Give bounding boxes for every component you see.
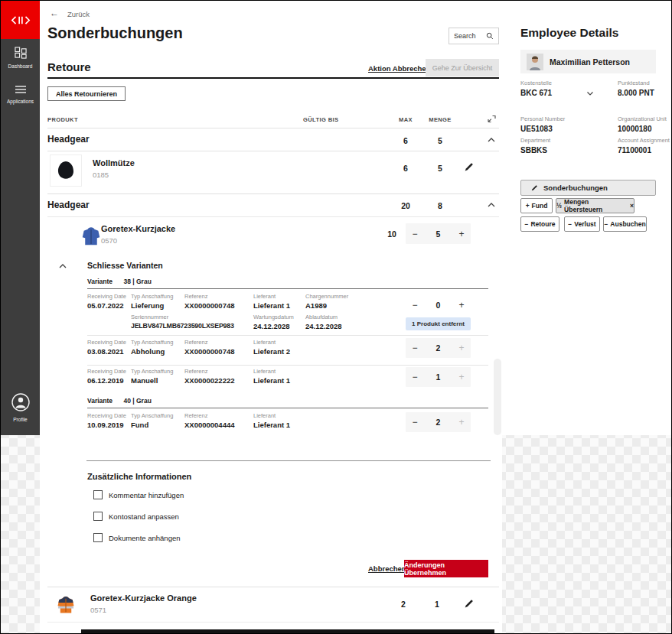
scrollbar-thumb[interactable] — [494, 359, 501, 435]
field-label: Lieferant — [253, 294, 290, 301]
field-value: Lieferant 1 — [253, 377, 290, 385]
employee-field: Punktestand8.000 PNT — [618, 80, 654, 97]
product-image — [50, 154, 82, 187]
employee-card: Maximilian Petterson — [520, 50, 656, 73]
field-value: 71100001 — [618, 146, 670, 154]
field-value: Lieferant 2 — [253, 348, 290, 356]
stepper-value: 0 — [424, 301, 452, 310]
stepper-minus-button[interactable]: − — [406, 300, 424, 310]
field-value: XX0000000748 — [184, 302, 235, 310]
product-max-value: 6 — [389, 164, 422, 173]
field-value: Abholung — [131, 348, 173, 356]
field-label: Referenz — [184, 340, 235, 346]
stepper-plus-button[interactable]: + — [452, 417, 471, 428]
field-label: Seriennummer — [131, 314, 234, 321]
chip-retoure[interactable]: − Retoure — [520, 216, 559, 232]
field-value: 10000180 — [618, 125, 667, 133]
cancel-action-link[interactable]: Aktion Abbrechen — [368, 64, 430, 73]
col-header-product: PRODUKT — [47, 116, 78, 123]
clipped-section-divider — [81, 629, 494, 634]
variant-field: Wartungsdatum24.12.2028 — [253, 314, 294, 330]
chip-label: Mengen Übersteuern — [564, 198, 626, 213]
field-value: XX0000022222 — [184, 377, 235, 385]
variant-field: Typ AnschaffungManuell — [131, 369, 173, 385]
close-icon[interactable]: × — [630, 202, 634, 210]
field-label: Receiving Date — [87, 413, 126, 420]
chevron-down-icon[interactable] — [586, 91, 594, 96]
chevron-up-icon[interactable] — [487, 137, 496, 143]
field-label: Personal Number — [520, 116, 565, 123]
variant-group-header: Variante 40 | Grau — [87, 397, 152, 405]
product-code: 0571 — [90, 606, 106, 614]
edit-icon[interactable] — [463, 161, 475, 173]
chevron-up-icon[interactable] — [487, 202, 496, 208]
checkbox-adjust-balance[interactable] — [93, 512, 103, 521]
col-header-qty: MENGE — [423, 116, 457, 123]
variant-field: LieferantLieferant 1 — [253, 369, 290, 385]
search-input[interactable]: Search — [449, 28, 499, 44]
stepper-plus-button[interactable]: + — [452, 372, 471, 382]
section-title-retoure: Retoure — [47, 60, 91, 73]
sidebar-item-applications[interactable]: Applications — [1, 83, 40, 104]
stepper-minus-button[interactable]: − — [406, 229, 424, 239]
edit-icon[interactable] — [463, 597, 475, 610]
half-icon: ½ — [556, 202, 562, 210]
product-max-value: 2 — [387, 600, 420, 609]
checkbox-add-comment[interactable] — [93, 490, 103, 499]
checkbox-attach-documents[interactable] — [93, 533, 103, 542]
variant-field: Receiving Date05.07.2022 — [87, 294, 126, 310]
variant-group-header: Variante 38 | Grau — [87, 278, 152, 285]
chevron-up-icon[interactable] — [58, 263, 67, 269]
field-value: Manuell — [131, 377, 173, 385]
chip-label: Fund — [532, 202, 548, 210]
cancel-link[interactable]: Abbrechen — [368, 564, 406, 573]
collapse-all-icon[interactable] — [487, 114, 497, 124]
field-label: Chargennummer — [305, 294, 348, 301]
variant-field: SeriennummerJELBV847LMB6723590LXSEP983 — [131, 314, 234, 330]
product-code: 0570 — [101, 236, 117, 245]
section-underline — [47, 77, 499, 79]
product-removed-badge: 1 Produkt entfernt — [406, 317, 471, 330]
checkbox-label: Kontostand anpassen — [109, 512, 179, 521]
chip-mengen-uebersteuern[interactable]: ½ Mengen Übersteuern × — [556, 198, 634, 213]
field-label: Receiving Date — [87, 294, 126, 301]
stepper-minus-button[interactable]: − — [406, 372, 424, 382]
back-arrow-icon[interactable]: ← — [50, 8, 59, 18]
group-qty-value: 5 — [423, 136, 457, 145]
go-to-overview-button[interactable]: Gehe Zur Übersicht — [426, 59, 499, 76]
field-value: Lieferant 1 — [253, 302, 290, 310]
variant-field: ReferenzXX0000022222 — [184, 369, 235, 385]
sidebar-item-dashboard[interactable]: Dashboard — [1, 47, 40, 69]
chip-ausbuchen[interactable]: − Ausbuchen — [603, 216, 647, 232]
field-value: Lieferung — [131, 302, 173, 310]
product-qty-value: 5 — [423, 164, 457, 173]
sbb-logo[interactable] — [1, 1, 40, 39]
back-link[interactable]: Zurück — [67, 10, 90, 18]
group-max-value: 20 — [389, 201, 422, 210]
chip-fund[interactable]: + Fund — [520, 198, 553, 213]
variant-field: LieferantLieferant 2 — [253, 340, 290, 356]
chip-verlust[interactable]: − Verlust — [564, 216, 600, 232]
group-qty-value: 8 — [423, 201, 457, 210]
stepper-plus-button[interactable]: + — [452, 229, 471, 239]
stepper-minus-button[interactable]: − — [406, 417, 424, 428]
field-label: Typ Anschaffung — [131, 294, 173, 301]
field-value: Fund — [131, 421, 173, 429]
stepper-minus-button[interactable]: − — [406, 343, 424, 353]
field-label: Lieferant — [253, 369, 290, 376]
stepper-plus-button[interactable]: + — [452, 343, 471, 353]
apply-changes-button[interactable]: Änderungen Übernehmen — [404, 560, 488, 577]
collapse-variants-label[interactable]: Schliesse Varianten — [87, 261, 163, 270]
stepper-plus-button[interactable]: + — [452, 300, 471, 310]
sonderbuchungen-button[interactable]: Sonderbuchungen — [520, 180, 656, 196]
return-all-button[interactable]: Alles Retournieren — [47, 86, 126, 101]
sidebar-item-profile[interactable]: Profile — [1, 392, 40, 422]
checkbox-label: Kommentar hinzufügen — [109, 491, 184, 499]
field-value: 06.12.2019 — [87, 377, 126, 385]
field-label: Punktestand — [618, 80, 654, 87]
chip-label: Retoure — [530, 220, 555, 228]
stepper-value: 1 — [424, 372, 452, 382]
variant-field: Ablaufdatum24.12.2028 — [305, 314, 342, 330]
product-name: Goretex-Kurzjacke Orange — [90, 593, 197, 603]
employee-field: DepartmentSBBKS — [520, 138, 550, 154]
